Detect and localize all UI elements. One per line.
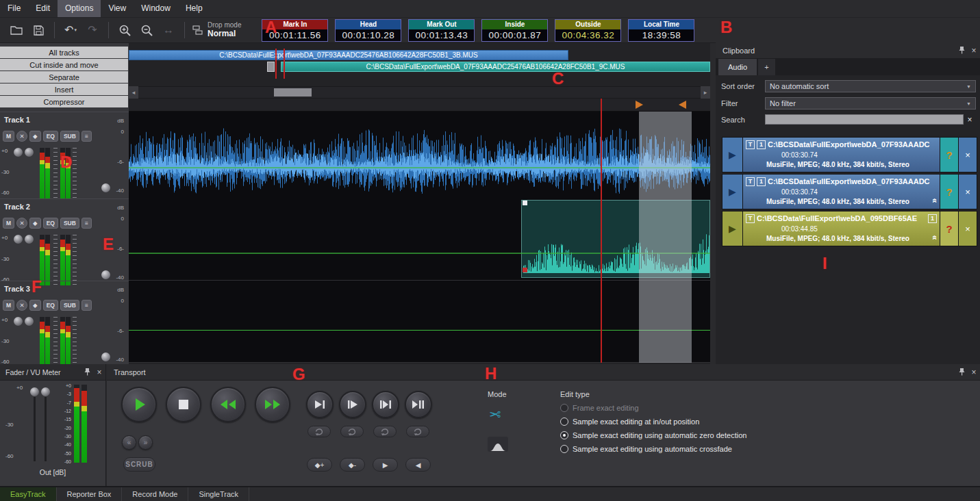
cut-mode-icon[interactable]: ✂ xyxy=(489,407,501,423)
next-button[interactable]: » xyxy=(138,435,153,450)
loop-button[interactable] xyxy=(340,426,364,437)
tool-button-all-tracks[interactable]: All tracks xyxy=(0,47,128,58)
tool-button-cut-inside-and-move[interactable]: Cut inside and move xyxy=(0,59,128,70)
track2-lane[interactable] xyxy=(129,198,710,281)
pan-button[interactable]: ◆ xyxy=(29,300,41,311)
previous-button[interactable]: « xyxy=(122,435,136,450)
overview-file-bottom[interactable]: C:\BCSData\FullExport\webDA_07F93AAADC25… xyxy=(281,62,710,72)
output-fader-knob[interactable] xyxy=(30,387,39,396)
level-knob[interactable] xyxy=(25,317,34,326)
loop-button[interactable] xyxy=(406,426,429,437)
search-input[interactable] xyxy=(765,114,964,125)
zoom-out-button[interactable] xyxy=(137,21,156,40)
tab-easytrack[interactable]: EasyTrack xyxy=(0,487,57,501)
eq-button[interactable]: EQ xyxy=(43,218,58,229)
sub-button[interactable]: SUB xyxy=(60,300,79,311)
drop-mode-control[interactable]: Drop mode Normal xyxy=(192,21,241,38)
mute-button[interactable]: M xyxy=(3,300,14,311)
mute-button[interactable]: M xyxy=(3,131,14,142)
track1-lane[interactable] xyxy=(129,112,710,198)
overview-file-top[interactable]: C:\BCSData\FullExport\webDA_07F93AAADC25… xyxy=(129,50,568,60)
solo-button[interactable]: ✕ xyxy=(16,300,27,311)
close-icon[interactable]: × xyxy=(93,368,105,377)
pin-icon[interactable] xyxy=(81,368,93,376)
menu-item-options[interactable]: Options xyxy=(58,0,101,17)
tool-button-compressor[interactable]: Compressor xyxy=(0,96,128,107)
pin-icon[interactable] xyxy=(955,368,968,376)
track-menu-button[interactable]: ≡ xyxy=(81,218,92,229)
filter-dropdown[interactable]: No filter▼ xyxy=(765,97,976,110)
tool-button-separate[interactable]: Separate xyxy=(0,71,128,83)
loop-button[interactable] xyxy=(307,426,331,437)
play-from-cursor-button[interactable] xyxy=(339,391,366,418)
menu-item-help[interactable]: Help xyxy=(178,0,210,17)
menu-item-view[interactable]: View xyxy=(101,0,134,17)
tab-record-mode[interactable]: Record Mode xyxy=(122,487,188,501)
level-knob[interactable] xyxy=(14,235,23,244)
close-icon[interactable]: × xyxy=(968,46,980,55)
level-knob[interactable] xyxy=(25,148,34,157)
clipboard-item[interactable]: ▶T1C:\BCSData\FullExport\webDA_07F93AAAD… xyxy=(722,137,977,172)
solo-button[interactable]: ✕ xyxy=(16,218,27,229)
scroll-right-button[interactable]: ▸ xyxy=(701,86,710,99)
sub-button[interactable]: SUB xyxy=(60,131,79,142)
level-knob[interactable] xyxy=(14,317,23,326)
redo-button[interactable]: ↷ xyxy=(83,21,102,40)
timeline-ruler[interactable] xyxy=(129,99,710,112)
tab-singletrack[interactable]: SingleTrack xyxy=(188,487,249,501)
clip-help-button[interactable]: ? xyxy=(940,175,958,209)
track3-lane[interactable] xyxy=(129,281,710,363)
eq-button[interactable]: EQ xyxy=(43,300,58,311)
rewind-button[interactable] xyxy=(210,387,246,422)
pan-tool-button[interactable]: ↔ xyxy=(159,21,178,40)
fast-forward-button[interactable] xyxy=(255,387,290,422)
close-icon[interactable]: × xyxy=(968,368,980,377)
clip-remove-button[interactable]: × xyxy=(958,211,977,246)
clipboard-tab-audio[interactable]: Audio xyxy=(718,59,757,75)
expand-chevron-icon[interactable]: « xyxy=(931,235,940,240)
clipboard-add-tab[interactable]: + xyxy=(758,59,775,75)
level-knob[interactable] xyxy=(25,235,34,244)
edit-type-radio[interactable]: Sample exact editing using automatic cro… xyxy=(560,445,746,453)
pan-button[interactable]: ◆ xyxy=(29,218,41,229)
eq-button[interactable]: EQ xyxy=(43,131,58,142)
tool-button-insert[interactable]: Insert xyxy=(0,84,128,95)
selection-region[interactable] xyxy=(639,112,692,363)
expand-chevron-icon[interactable]: « xyxy=(931,198,940,203)
scrollbar-track[interactable] xyxy=(138,86,701,99)
loop-button[interactable] xyxy=(373,426,397,437)
zoom-in-button[interactable] xyxy=(115,21,134,40)
track1-waveform[interactable] xyxy=(129,112,710,198)
clip-play-button[interactable]: ▶ xyxy=(723,175,743,209)
menu-item-window[interactable]: Window xyxy=(134,0,178,17)
undo-button[interactable]: ↶▾ xyxy=(61,21,80,40)
clip-help-button[interactable]: ? xyxy=(940,138,958,172)
overview-position-thumb[interactable] xyxy=(267,62,275,72)
menu-item-file[interactable]: File xyxy=(0,0,28,17)
save-button[interactable] xyxy=(29,21,48,40)
clipboard-item[interactable]: ▶TC:\BCSData\FullExport\webDA_095DBF65AE… xyxy=(722,211,977,246)
clip-play-button[interactable]: ▶ xyxy=(723,211,743,246)
selection-in-marker[interactable] xyxy=(636,101,643,109)
open-file-button[interactable] xyxy=(7,21,26,40)
fade-mode-icon[interactable] xyxy=(488,437,508,452)
sort-order-dropdown[interactable]: No automatic sort▼ xyxy=(765,80,976,92)
selection-out-marker[interactable] xyxy=(679,101,686,109)
clip-help-button[interactable]: ? xyxy=(940,211,958,246)
pin-icon[interactable] xyxy=(955,47,968,54)
marker-add-button[interactable]: ◆+ xyxy=(307,458,332,472)
solo-button[interactable]: ✕ xyxy=(16,131,27,142)
nudge-back-button[interactable]: ◀ xyxy=(405,458,431,472)
scroll-left-button[interactable]: ◂ xyxy=(129,86,138,99)
scrub-button[interactable]: SCRUB xyxy=(123,457,155,472)
clip-remove-button[interactable]: × xyxy=(958,175,977,209)
level-knob[interactable] xyxy=(14,148,23,157)
stop-button[interactable] xyxy=(166,387,201,422)
track2-waveform[interactable] xyxy=(129,198,710,281)
output-fader-knob[interactable] xyxy=(41,387,50,396)
clip-remove-button[interactable]: × xyxy=(958,138,977,172)
mute-button[interactable]: M xyxy=(3,218,14,229)
edit-type-radio[interactable]: Sample exact editing using automatic zer… xyxy=(560,431,746,439)
clip-play-button[interactable]: ▶ xyxy=(723,138,743,172)
horizontal-scrollbar[interactable]: ◂ ▸ xyxy=(129,86,710,99)
